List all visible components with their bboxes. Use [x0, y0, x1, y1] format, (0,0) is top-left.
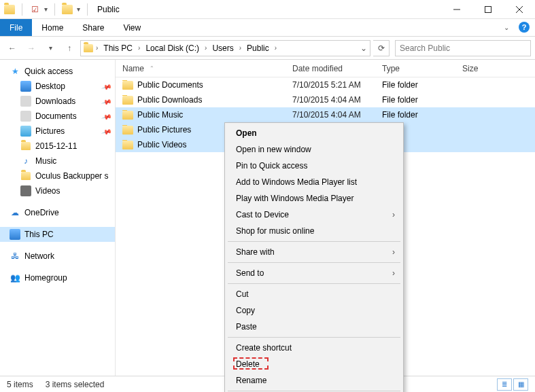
details-view-button[interactable]: ≣: [497, 378, 512, 391]
folder-icon: [122, 111, 133, 120]
sidebar-item-label: Network: [24, 251, 54, 261]
cm-copy[interactable]: Copy: [226, 302, 402, 319]
pin-icon: 📌: [101, 96, 112, 107]
sidebar-item[interactable]: Downloads📌: [0, 94, 115, 109]
star-icon: ★: [10, 66, 20, 77]
close-button[interactable]: [504, 0, 535, 19]
cm-open-new[interactable]: Open in new window: [226, 141, 402, 158]
nav-up-button[interactable]: ↑: [61, 40, 77, 56]
cm-shortcut[interactable]: Create shortcut: [226, 340, 402, 356]
breadcrumb[interactable]: This PC: [101, 43, 135, 53]
column-type[interactable]: Type: [382, 64, 462, 73]
chevron-right-icon[interactable]: ›: [238, 44, 243, 52]
sidebar-network[interactable]: 🖧Network: [0, 249, 115, 264]
breadcrumb[interactable]: Users: [209, 43, 236, 53]
pin-icon: 📌: [101, 111, 112, 122]
cm-shop[interactable]: Shop for music online: [226, 223, 402, 239]
sidebar-item-label: Quick access: [24, 67, 73, 76]
nav-recent-button[interactable]: ▾: [42, 40, 58, 56]
breadcrumb[interactable]: Public: [244, 43, 272, 53]
help-icon[interactable]: ?: [519, 22, 530, 33]
sidebar-item[interactable]: Desktop📌: [0, 79, 115, 94]
sidebar-item[interactable]: Videos: [0, 183, 115, 198]
chevron-right-icon: ›: [392, 268, 395, 278]
chevron-right-icon[interactable]: ›: [273, 44, 278, 52]
sidebar-item[interactable]: 2015-12-11: [0, 139, 115, 154]
chevron-right-icon: ›: [392, 247, 395, 257]
pic-icon: [20, 126, 31, 137]
tab-share[interactable]: Share: [73, 19, 114, 36]
table-row[interactable]: Public Music7/10/2015 4:04 AMFile folder: [116, 107, 535, 122]
chevron-right-icon[interactable]: ›: [203, 44, 208, 52]
qat-dropdown-icon[interactable]: ▾: [44, 5, 48, 13]
nav-forward-button[interactable]: →: [23, 40, 39, 56]
sidebar-item-label: Oculus Backupper s: [35, 171, 108, 181]
separator: [54, 3, 55, 16]
separator: [228, 241, 400, 242]
refresh-button[interactable]: ⟳: [373, 40, 390, 56]
ribbon-expand-icon[interactable]: ⌄: [504, 24, 509, 31]
sidebar-item[interactable]: Oculus Backupper s: [0, 168, 115, 183]
sidebar-item-label: This PC: [24, 230, 54, 239]
sidebar-item-label: Videos: [35, 186, 60, 196]
sidebar-item[interactable]: ♪Music: [0, 154, 115, 168]
column-size[interactable]: Size: [462, 64, 517, 73]
sidebar-homegroup[interactable]: 👥Homegroup: [0, 270, 115, 285]
cm-cast[interactable]: Cast to Device›: [226, 207, 402, 223]
search-input[interactable]: Search Public: [395, 40, 531, 56]
cell-name: Public Downloads: [122, 95, 292, 105]
sidebar-item[interactable]: Pictures📌: [0, 124, 115, 139]
chevron-right-icon: ›: [392, 210, 395, 219]
cm-delete[interactable]: Delete: [226, 356, 402, 372]
sidebar-onedrive[interactable]: ☁OneDrive: [0, 205, 115, 220]
cm-cut[interactable]: Cut: [226, 286, 402, 302]
maximize-button[interactable]: [472, 0, 504, 19]
music-icon: ♪: [20, 156, 31, 166]
cm-sendto[interactable]: Send to›: [226, 265, 402, 281]
address-bar[interactable]: › This PC › Local Disk (C:) › Users › Pu…: [80, 40, 370, 56]
cm-paste[interactable]: Paste: [226, 319, 402, 335]
cell-date: 7/10/2015 4:04 AM: [292, 110, 382, 120]
sidebar-item-label: Desktop: [35, 82, 65, 91]
tab-file[interactable]: File: [0, 19, 32, 36]
table-row[interactable]: Public Documents7/10/2015 5:21 AMFile fo…: [116, 77, 535, 92]
checkbox-icon[interactable]: ☑: [29, 4, 40, 15]
address-dropdown-icon[interactable]: ⌄: [360, 43, 367, 53]
context-menu: Open Open in new window Pin to Quick acc…: [224, 122, 404, 392]
tab-home[interactable]: Home: [32, 19, 73, 36]
qat-dropdown-icon[interactable]: ▾: [77, 5, 80, 13]
sidebar-quick-access[interactable]: ★Quick access: [0, 64, 115, 79]
search-placeholder: Search Public: [400, 43, 450, 53]
cm-share[interactable]: Share with›: [226, 244, 402, 260]
folder-icon: [84, 44, 93, 52]
column-date[interactable]: Date modified: [292, 64, 382, 73]
cm-play-wmp[interactable]: Play with Windows Media Player: [226, 190, 402, 207]
cell-date: 7/10/2015 4:04 AM: [292, 95, 382, 105]
thumbnails-view-button[interactable]: ▦: [513, 378, 528, 391]
sidebar: ★Quick access Desktop📌Downloads📌Document…: [0, 60, 116, 376]
breadcrumb[interactable]: Local Disk (C:): [143, 43, 202, 53]
table-row[interactable]: Public Downloads7/10/2015 4:04 AMFile fo…: [116, 92, 535, 107]
cell-name: Public Music: [122, 110, 292, 120]
chevron-right-icon[interactable]: ›: [137, 44, 141, 52]
nav-back-button[interactable]: ←: [4, 40, 20, 56]
sidebar-item-label: Documents: [35, 111, 77, 121]
sidebar-this-pc[interactable]: This PC: [0, 227, 115, 242]
sidebar-item[interactable]: Documents📌: [0, 109, 115, 124]
pin-icon: 📌: [101, 81, 112, 92]
cell-date: 7/10/2015 5:21 AM: [292, 80, 382, 90]
tab-view[interactable]: View: [114, 19, 150, 36]
separator: [228, 391, 400, 391]
cm-rename[interactable]: Rename: [226, 372, 402, 389]
cm-add-wmp[interactable]: Add to Windows Media Player list: [226, 174, 402, 190]
cm-open[interactable]: Open: [226, 125, 402, 141]
sort-asc-icon: ⌃: [150, 65, 154, 71]
cell-type: File folder: [382, 110, 462, 120]
sidebar-item-label: Pictures: [35, 126, 65, 136]
chevron-right-icon[interactable]: ›: [94, 44, 99, 52]
column-name[interactable]: Name⌃: [122, 64, 292, 73]
separator: [228, 283, 400, 284]
cm-pin[interactable]: Pin to Quick access: [226, 158, 402, 174]
window-controls: [441, 0, 535, 19]
minimize-button[interactable]: [441, 0, 472, 19]
